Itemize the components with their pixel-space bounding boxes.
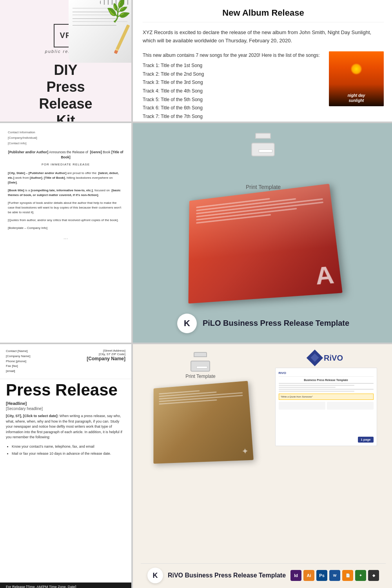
- software-icons-row: Id Ai Ps W 📄 ✦ ◆: [290, 570, 379, 581]
- rivo-logo-area: RiVO: [309, 352, 343, 364]
- nb-text-3: [73, 25, 116, 26]
- rivo-printer-body: [191, 361, 210, 372]
- body-para-1: [City, State] – [Publisher and/or Author…: [8, 171, 123, 185]
- rivo-print-label: Print Template: [185, 374, 215, 379]
- print-icon-area: Print Template: [246, 133, 281, 190]
- notebook-sketch: 🌿: [69, 0, 131, 63]
- diamond-icon: [309, 352, 321, 364]
- release-tag: FOR IMMEDIATE RELEASE: [8, 162, 123, 167]
- sun-graphic: [350, 63, 362, 75]
- diy-press-release-card: 🌿 VR public relations DIY Press Release …: [0, 0, 131, 122]
- bullet-2: Mail or fax your release 10 days in adva…: [12, 450, 125, 457]
- body-para-2: [Book title] is a [compelling tale, info…: [8, 188, 123, 198]
- rivo-top-section: Print Template ✦: [141, 352, 386, 557]
- rivo-footer-title: RiVO Business Press Release Template: [168, 572, 286, 579]
- press-release-title: Press Release: [0, 379, 131, 399]
- track-7: Track 7: Title of the 7th Song: [143, 113, 323, 121]
- rivo-brand-name: RiVO: [324, 354, 343, 363]
- diy-kit-title: DIY Press Release Kit: [39, 62, 92, 122]
- rivo-template-card: Print Template ✦: [133, 344, 392, 588]
- rivo-footer: K RiVO Business Press Release Template I…: [141, 563, 386, 583]
- pages-icon: 📄: [342, 570, 353, 581]
- track-4: Track 4: Title of the 4th Song: [143, 87, 323, 96]
- rivo-footer-logo: K: [147, 568, 163, 583]
- phone-field: Phone [phone]: [6, 359, 30, 364]
- company-field: [Company/Individual]: [8, 136, 123, 140]
- tracklist-intro: This new album contains 7 new songs for …: [143, 51, 323, 60]
- footer-release-text: For Release [Time, AM/PM Time Zone, Date…: [6, 585, 76, 588]
- ellipsis: ···: [8, 234, 123, 243]
- indesign-icon: Id: [290, 570, 301, 581]
- doc-letter: A: [314, 260, 335, 290]
- album-cover-art: night daysunlight: [329, 51, 384, 106]
- pr-headline: [Headline]: [0, 399, 131, 407]
- pilo-document-visual: A: [185, 188, 342, 306]
- album-release-card: New Album Release XYZ Records is excited…: [133, 0, 392, 122]
- rivo-doc-preview: RiVO Business Press Release Template "Wr…: [275, 368, 377, 446]
- pilo-template-title: PiLO Business Press Release Template: [203, 319, 349, 328]
- rivo-doc-lines: [159, 387, 243, 406]
- contact-right: [Street Address] [City, ST ZIP Code] [Co…: [87, 349, 125, 361]
- pr-header: Contact [Name] [Company Name] Phone [pho…: [0, 344, 131, 379]
- tracklist-area: This new album contains 7 new songs for …: [143, 51, 323, 121]
- rivo-printer-top: [194, 352, 207, 357]
- rivo-preview-line-5: [279, 391, 355, 392]
- street-address: [Street Address]: [87, 349, 125, 352]
- notebook-decoration: 🌿: [69, 0, 131, 63]
- contact-info-field: [Contact info]: [8, 141, 123, 146]
- rivo-preview-logo: RiVO: [279, 371, 287, 375]
- rivo-preview-header: RiVO: [279, 371, 374, 377]
- photoshop-icon: Ps: [316, 570, 327, 581]
- track-3: Track 3: Title of the 3rd Song: [143, 78, 323, 87]
- rivo-star-icon: ✦: [241, 446, 249, 456]
- rivo-preview-line-2: [279, 385, 355, 386]
- rivo-printer-icon: [190, 352, 211, 372]
- rivo-grid-block-1: [279, 402, 325, 410]
- nb-line-3: [73, 21, 127, 22]
- pr-bullet-list: Know your contact's name, telephone, fax…: [0, 441, 131, 459]
- pilo-footer-area: K PiLO Business Press Release Template: [177, 314, 349, 333]
- rivo-printer-paper: [196, 366, 207, 368]
- rivo-preview-grid: [279, 402, 374, 410]
- track-5: Track 5: Title of the 5th Song: [143, 96, 323, 104]
- document-angled-view: A: [188, 183, 342, 303]
- illustrator-icon: Ai: [303, 570, 314, 581]
- rivo-right: RiVO RiVO Business Press Release Templat…: [266, 352, 386, 557]
- pr-subheadline: [Secondary headline]: [0, 407, 131, 413]
- pr-footer-bar: For Release [Time, AM/PM Time Zone, Date…: [0, 583, 131, 588]
- rivo-preview-doc-title: Business Press Release Template: [279, 379, 374, 381]
- press-release-title-text: Press Release: [6, 381, 118, 399]
- rivo-left: Print Template ✦: [141, 352, 260, 557]
- pilo-logo: K: [177, 314, 197, 333]
- word-icon: W: [329, 570, 340, 581]
- company-brand-name: [Company Name]: [87, 356, 125, 361]
- pilo-template-card: Print Template A K PiLO Business Press R…: [133, 123, 392, 343]
- generic-icon-1: ✦: [355, 570, 366, 581]
- pr-body-text: [City, ST], [Click to select date]: When…: [0, 413, 131, 441]
- album-heading: New Album Release: [143, 8, 384, 22]
- body-para-4: [Quotes from author, and/or any critics …: [8, 218, 123, 223]
- contact-name: Contact [Name]: [6, 349, 30, 354]
- printer-body-part: [251, 143, 275, 156]
- rivo-grid-block-2: [327, 402, 374, 410]
- announcement-line: [Publisher and/or Author] Announces the …: [8, 150, 123, 160]
- album-content-area: This new album contains 7 new songs for …: [143, 51, 384, 121]
- rivo-preview-line-3: [279, 387, 336, 388]
- pencil-icon: [114, 24, 130, 54]
- body-para-5: [Boilerplate – Company Info]: [8, 226, 123, 230]
- city-state-zip: [City, ST ZIP Code]: [87, 352, 125, 356]
- generic-icon-2: ◆: [368, 570, 379, 581]
- rivo-doc-angled: ✦: [153, 381, 253, 464]
- diamond-inner: [310, 354, 319, 362]
- bullet-1: Know your contact's name, telephone, fax…: [12, 443, 125, 450]
- contact-label: Contact Information: [8, 130, 123, 135]
- body-section: [City, State] – [Publisher and/or Author…: [8, 171, 123, 230]
- rivo-preview-line-1: [279, 383, 374, 384]
- printer-icon: [249, 133, 277, 156]
- press-release-document: Contact [Name] [Company Name] Phone [pho…: [0, 344, 131, 588]
- body-para-3: [Further synopsis of book and/or details…: [8, 201, 123, 215]
- track-2: Track 2: Title of the 2nd Song: [143, 70, 323, 79]
- track-1: Track 1: Title of the 1st Song: [143, 62, 323, 70]
- rivo-preview-line-4: [279, 389, 374, 390]
- contact-section: Contact Information [Company/Individual]…: [8, 130, 123, 146]
